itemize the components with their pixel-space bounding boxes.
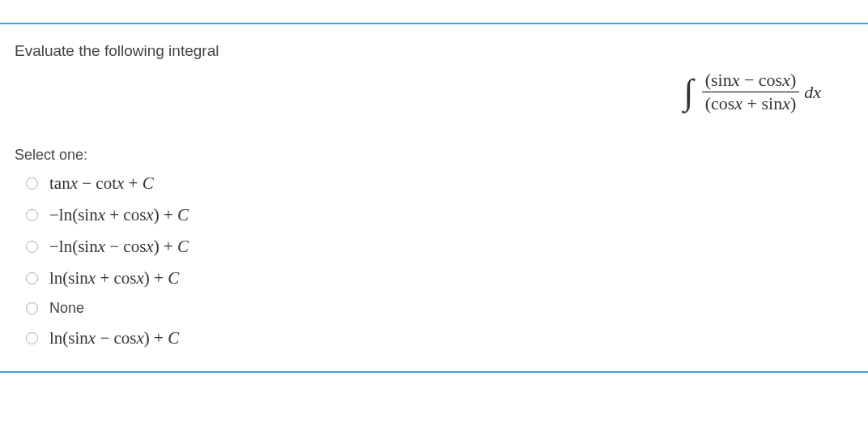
option-row-0[interactable]: tanx − cotx + C xyxy=(26,173,853,194)
option-row-3[interactable]: ln(sinx + cosx) + C xyxy=(26,268,853,288)
option-label: None xyxy=(49,300,84,317)
integral-display: ∫ (sinx − cosx) (cosx + sinx) dx xyxy=(15,70,853,114)
integral-expression: ∫ (sinx − cosx) (cosx + sinx) dx xyxy=(684,70,821,114)
integral-sign-icon: ∫ xyxy=(684,71,694,113)
radio-icon[interactable] xyxy=(26,177,38,190)
option-row-1[interactable]: −ln(sinx + cosx) + C xyxy=(26,205,853,225)
option-row-2[interactable]: −ln(sinx − cosx) + C xyxy=(26,237,853,257)
radio-icon[interactable] xyxy=(26,302,38,314)
fraction-numerator: (sinx − cosx) xyxy=(702,70,800,92)
option-label: ln(sinx − cosx) + C xyxy=(49,328,179,348)
option-row-5[interactable]: ln(sinx − cosx) + C xyxy=(26,328,853,348)
option-label: tanx − cotx + C xyxy=(49,173,154,194)
radio-icon[interactable] xyxy=(26,241,38,253)
fraction-denominator: (cosx + sinx) xyxy=(702,92,800,114)
option-row-4[interactable]: None xyxy=(26,300,853,317)
question-block: Evaluate the following integral ∫ (sinx … xyxy=(0,23,868,373)
options-list: tanx − cotx + C −ln(sinx + cosx) + C −ln… xyxy=(15,173,853,348)
option-label: −ln(sinx − cosx) + C xyxy=(49,237,189,257)
fraction: (sinx − cosx) (cosx + sinx) xyxy=(702,70,800,114)
radio-icon[interactable] xyxy=(26,209,38,221)
radio-icon[interactable] xyxy=(26,332,38,344)
differential: dx xyxy=(804,82,821,103)
select-one-label: Select one: xyxy=(15,147,853,164)
option-label: −ln(sinx + cosx) + C xyxy=(49,205,189,225)
option-label: ln(sinx + cosx) + C xyxy=(49,268,179,288)
radio-icon[interactable] xyxy=(26,272,38,284)
question-prompt: Evaluate the following integral xyxy=(15,42,853,60)
